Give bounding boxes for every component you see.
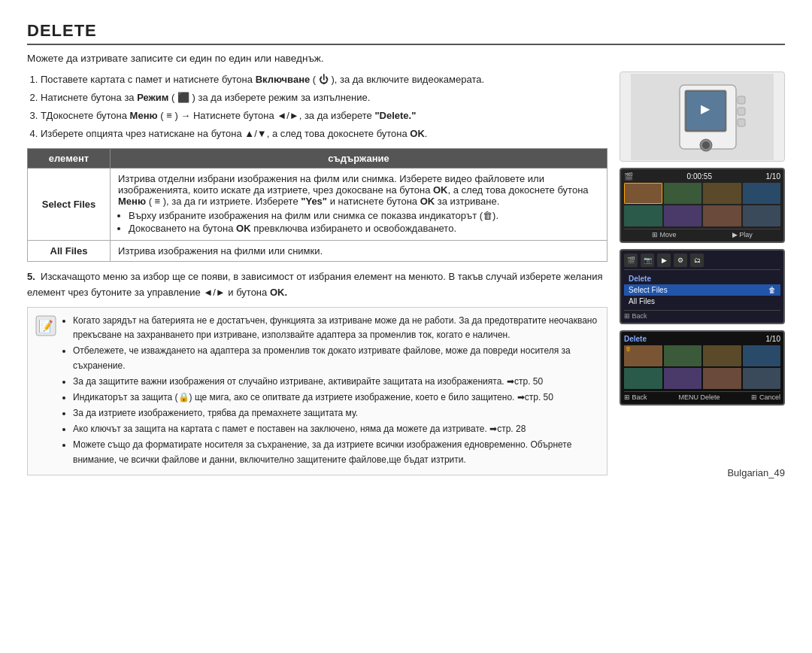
screen-2: 🎬 📷 ▶ ⚙ 🗂 Delete Select Files 🗑 All File… [620, 249, 785, 324]
note-icon: 📝 [35, 315, 56, 336]
screen3-delete-label: Delete [624, 335, 647, 343]
screen1-time: 0:00:55 [687, 172, 712, 181]
ds3-thumb-5 [624, 368, 662, 389]
screen3-cancel: ⊞ Cancel [751, 393, 780, 401]
thumb-5 [624, 205, 662, 226]
table-row-all-files: All Files Изтрива изображения на филми и… [28, 241, 607, 262]
note-item-6: Ако ключът за защита на картата с памет … [73, 422, 599, 436]
screen-3: Delete 1/10 ⊞ Back MENU Delete ⊞ Can [620, 330, 785, 405]
screen3-grid [624, 345, 780, 389]
thumb-3 [703, 183, 741, 204]
step-1: Поставете картата с памет и натиснете бу… [41, 71, 607, 88]
page: DELETE Можете да изтривате записите си е… [0, 0, 812, 491]
screen1-play: ▶ Play [732, 231, 753, 238]
menu-icon-1: 🎬 [624, 254, 638, 267]
select-files-label: Select Files [28, 169, 111, 241]
note-bullet-1: Върху избраните изображения на филм или … [129, 210, 599, 221]
svg-text:📝: 📝 [38, 319, 53, 333]
screen2-select-files: Select Files 🗑 [624, 284, 780, 296]
ds3-thumb-3 [703, 345, 741, 366]
table-row-select-files: Select Files Изтрива отделни избрани изо… [28, 169, 607, 241]
ds3-thumb-8 [743, 368, 781, 389]
note-item-3: За да защитите важни изображения от случ… [73, 375, 599, 389]
left-column: Поставете картата с памет и натиснете бу… [27, 71, 607, 475]
svg-rect-8 [738, 108, 745, 115]
menu-icon-4: ⚙ [674, 254, 687, 267]
screen1-topbar: 🎬 0:00:55 1/10 [624, 172, 780, 181]
thumb-1 [624, 183, 662, 204]
svg-rect-7 [738, 96, 745, 104]
screen-1: 🎬 0:00:55 1/10 ⊞ Move ▶ Play [620, 168, 785, 243]
menu-icon-5: 🗂 [690, 254, 704, 267]
ds3-thumb-2 [664, 345, 702, 366]
note-item-5: За да изтриете изображението, трябва да … [73, 406, 599, 421]
right-column: ▶ 🎬 0:00:55 1/10 [620, 71, 785, 475]
screen1-count: 1/10 [766, 172, 780, 181]
note-content: Когато зарядът на батерията не е достатъ… [62, 314, 599, 469]
all-files-label: All Files [28, 241, 111, 262]
note-item-2: Отбележете, че изваждането на адаптера з… [73, 344, 599, 372]
thumb-6 [664, 205, 702, 226]
step-3: ТДокоснете бутона Меню ( ≡ ) → Натиснете… [41, 108, 607, 124]
camera-image: ▶ [620, 71, 785, 162]
screen3-topbar: Delete 1/10 [624, 335, 780, 343]
screen3-bottom: ⊞ Back MENU Delete ⊞ Cancel [624, 391, 780, 401]
screen3-back: ⊞ Back [624, 393, 647, 401]
step-4: Изберете опцията чрез натискане на бутон… [41, 126, 607, 142]
screen3-count: 1/10 [766, 335, 780, 343]
all-files-content: Изтрива изображения на филми или снимки. [111, 241, 607, 262]
steps-list: Поставете картата с памет и натиснете бу… [27, 71, 607, 142]
screen2-icons: 🎬 📷 ▶ ⚙ 🗂 [624, 254, 780, 270]
note-item-4: Индикаторът за защита (🔒) ще мига, ако с… [73, 390, 599, 405]
screen2-back: ⊞ Back [624, 310, 780, 320]
step-2: Натиснете бутона за Режим ( ⬛ ) за да из… [41, 90, 607, 106]
content-area: Поставете картата с памет и натиснете бу… [27, 71, 785, 475]
table-col2-header: съдържание [111, 149, 607, 169]
delete-table: елемент съдържание Select Files Изтрива … [27, 148, 607, 262]
ds3-thumb-4 [743, 345, 781, 366]
trash-icon: 🗑 [768, 286, 776, 294]
thumb-7 [703, 205, 741, 226]
svg-point-11 [702, 141, 710, 149]
ds3-thumb-6 [664, 368, 702, 389]
ds3-thumb-7 [703, 368, 741, 389]
step-5: 5. Изскачащото меню за избор ще се появи… [27, 269, 607, 301]
thumb-4 [743, 183, 781, 204]
screen2-delete-label: Delete [624, 273, 780, 284]
page-number: Bulgarian_49 [727, 467, 785, 478]
select-files-content: Изтрива отделни избрани изображения на ф… [111, 169, 607, 241]
screen1-bottombar: ⊞ Move ▶ Play [624, 229, 780, 238]
screen3-menu-delete: MENU Delete [678, 393, 720, 401]
intro-text: Можете да изтривате записите си един по … [27, 53, 785, 64]
thumb-8 [743, 205, 781, 226]
screen1-icon: 🎬 [624, 172, 633, 181]
screen1-move: ⊞ Move [652, 231, 677, 238]
note-bullet-2: Докосването на бутона OK превключва изби… [129, 223, 599, 234]
screen2-all-files: All Files [624, 296, 780, 307]
thumb-2 [664, 183, 702, 204]
note-box: 📝 Когато зарядът на батерията не е доста… [27, 307, 607, 475]
ds3-thumb-1 [624, 345, 662, 366]
thumb-grid-1 [624, 183, 780, 226]
table-col1-header: елемент [28, 149, 111, 169]
menu-icon-3: ▶ [657, 254, 671, 267]
note-item-1: Когато зарядът на батерията не е достатъ… [73, 314, 599, 342]
menu-icon-2: 📷 [641, 254, 654, 267]
svg-rect-9 [738, 119, 745, 126]
camera-svg: ▶ [631, 74, 774, 160]
note-item-7: Можете също да форматирате носителя за с… [73, 438, 599, 466]
svg-text:▶: ▶ [701, 102, 710, 115]
page-title: DELETE [27, 21, 785, 45]
